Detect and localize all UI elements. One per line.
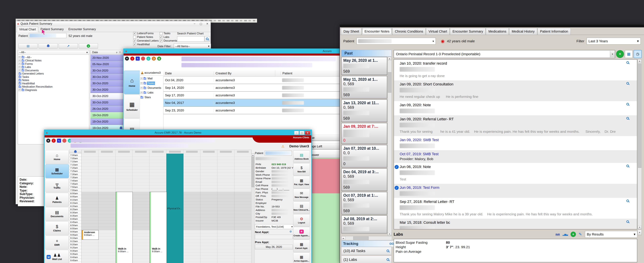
expand-icon[interactable]: + bbox=[140, 92, 143, 94]
expand-icon[interactable]: + bbox=[18, 89, 21, 91]
encounter-note[interactable]: Jan 09, 2020: Short Consultation He need… bbox=[394, 80, 637, 101]
add-note-button[interactable]: + bbox=[616, 50, 624, 58]
appointment-anderson[interactable]: Anderson 9:00am ... bbox=[82, 230, 98, 240]
patient-dropdown[interactable]: ▾ bbox=[356, 38, 436, 45]
time-slot[interactable]: 7:45am bbox=[69, 182, 81, 185]
window-titlebar[interactable]: ◈ Quick Patient Summary – ▢ ✕ bbox=[16, 21, 211, 26]
filter-checkbox[interactable]: Patient Notes bbox=[133, 36, 159, 39]
past-scrollbar[interactable]: ▲ ▼ bbox=[388, 57, 392, 236]
filter-checkbox[interactable]: Tasks bbox=[160, 32, 177, 35]
print-button[interactable] bbox=[38, 43, 58, 49]
filter-checkbox[interactable]: ✓ Generated Letters bbox=[133, 39, 159, 42]
sidebar-item-home[interactable]: ⌂ Home bbox=[45, 150, 69, 164]
sidebar-item-home[interactable]: ⌂ Home bbox=[124, 71, 140, 94]
provider-column-header[interactable] bbox=[98, 150, 116, 154]
task-row[interactable]: Sep 23, 2020 accurodemo3 bbox=[163, 107, 340, 114]
physical-exam-block[interactable]: Physical Ex... bbox=[166, 154, 183, 263]
encounter-note[interactable]: Mar 15, 2018: Consult letter bc Today I … bbox=[394, 219, 637, 229]
magnifier-icon[interactable] bbox=[626, 165, 629, 167]
add-button[interactable]: + bbox=[79, 43, 98, 49]
table-header[interactable]: Date Created By Patient bbox=[163, 70, 340, 77]
time-slot[interactable]: 9:10am bbox=[69, 236, 81, 240]
search-input[interactable] bbox=[177, 36, 204, 42]
runner-icon[interactable]: ϟ bbox=[136, 57, 140, 61]
task-row[interactable]: Sep 17, 2020 accurodemo3 bbox=[163, 92, 340, 99]
sidebar-item-scheduler[interactable]: ▦ Scheduler bbox=[45, 164, 69, 178]
time-slot[interactable]: 8:55am bbox=[69, 227, 81, 230]
past-hscrollbar[interactable]: ◄ ► bbox=[341, 236, 392, 240]
time-slot[interactable]: 9:00am bbox=[69, 230, 81, 233]
encounter-note[interactable]: Jan 09, 2020: SMB Test bbox=[394, 136, 637, 150]
new-bill-button[interactable]: $ New Bill bbox=[293, 163, 310, 176]
expand-icon[interactable]: + bbox=[18, 69, 21, 72]
new-message-button[interactable]: ✉ New Message bbox=[293, 189, 310, 201]
encounter-card[interactable]: May 26, 2020 at 1... 569 bbox=[341, 57, 387, 75]
new-clinical-note-button[interactable]: ▤ New Clinical N... bbox=[293, 201, 310, 214]
time-slot[interactable]: 7:25am bbox=[69, 169, 81, 173]
tree-item[interactable]: Medication Reconciliation bbox=[18, 85, 88, 89]
sidebar-item-patients[interactable]: ♟ Patients bbox=[45, 193, 69, 207]
provider-column-header[interactable] bbox=[200, 150, 217, 154]
time-slot[interactable]: 7:55am bbox=[69, 189, 81, 192]
folder-item[interactable]: Stars bbox=[140, 96, 163, 99]
logout-button[interactable]: ⊙ Logout bbox=[293, 214, 310, 226]
alert-icon[interactable]: ! bbox=[52, 139, 56, 143]
sidebar-item-traffic[interactable]: ╦ Traffic bbox=[45, 179, 69, 192]
edit-icon[interactable]: ✎ bbox=[578, 232, 582, 237]
encounter-card[interactable]: Dec 04, 2019 at 3:... 0, 569 569 bbox=[341, 168, 387, 191]
magnifier-icon[interactable] bbox=[626, 117, 629, 120]
tab-encounter-summary[interactable]: Encounter Summary bbox=[66, 27, 98, 32]
lab-result-row[interactable]: Blood Sugar Fasting 80 bbox=[396, 240, 635, 245]
checkbox[interactable] bbox=[160, 32, 162, 35]
tab-medical-history[interactable]: Medical History bbox=[509, 28, 537, 35]
sidebar-item-claims[interactable]: $ Claims bbox=[45, 221, 69, 235]
encounter-note[interactable]: Sep 27, 2018: Referral Letter- RT Thank … bbox=[394, 198, 637, 219]
tab-virtual-chart[interactable]: Virtual Chart bbox=[426, 28, 450, 35]
grid-view-button[interactable]: ▦ bbox=[625, 50, 632, 58]
time-slot[interactable]: 7:05am bbox=[69, 157, 81, 160]
time-slot[interactable]: 8:15am bbox=[69, 201, 81, 205]
maximize-button[interactable]: ▢ bbox=[199, 22, 203, 25]
add-lab-button[interactable]: + bbox=[570, 232, 576, 237]
provider-column-header[interactable] bbox=[166, 150, 183, 154]
time-slot[interactable]: 7:20am bbox=[69, 166, 81, 169]
tracking-all-tasks[interactable]: (10) All Tasks bbox=[341, 247, 392, 255]
close-button[interactable]: ✕ bbox=[205, 22, 209, 25]
scroll-down-button[interactable]: ▼ bbox=[638, 230, 642, 235]
time-slot[interactable]: 8:30am bbox=[69, 211, 81, 214]
eye-icon[interactable]: ◉ bbox=[441, 39, 444, 44]
lab-result-row[interactable]: Height 3' 7". 23. 99.21 bbox=[396, 245, 635, 249]
create-appointment-button[interactable]: + Create Appoin... bbox=[293, 227, 310, 239]
time-slot[interactable]: 7:40am bbox=[69, 179, 81, 182]
provider-dropdown[interactable]: Foundations, Test [1234] ▾ bbox=[255, 224, 294, 229]
task-row[interactable]: Sep 14, 2020 accurodemo3 bbox=[163, 84, 340, 92]
sidebar-item-scheduler[interactable]: ▦ Scheduler bbox=[124, 95, 140, 118]
time-slot[interactable]: 9:40am bbox=[69, 255, 81, 259]
window-titlebar[interactable]: ◈ Accuro EMR 2017.78 - Accuro Demo bbox=[44, 130, 311, 135]
checkbox[interactable]: ✓ bbox=[133, 43, 136, 46]
time-slot[interactable]: 7:35am bbox=[69, 176, 81, 179]
maximize-button[interactable]: ▢ bbox=[300, 131, 304, 135]
provider-column-header[interactable] bbox=[132, 150, 150, 154]
expand-icon[interactable]: + bbox=[140, 82, 143, 84]
expand-icon[interactable]: + bbox=[140, 78, 143, 80]
provider-column-header[interactable] bbox=[116, 150, 132, 154]
minimize-button[interactable]: – bbox=[294, 131, 299, 135]
time-slot[interactable]: 8:25am bbox=[69, 208, 81, 211]
time-slot[interactable]: 9:20am bbox=[69, 243, 81, 246]
appointment-walkin[interactable]: Walk-in 8:00am ... bbox=[116, 192, 133, 263]
search-icon[interactable]: ⌖ bbox=[125, 57, 129, 61]
user-row[interactable]: accurodemo3 bbox=[140, 70, 163, 76]
note-template-dropdown[interactable]: Ontario Perinatal Record 1-3 Preselected… bbox=[394, 50, 615, 58]
time-slot[interactable]: 7:15am bbox=[69, 163, 81, 166]
time-slot[interactable]: 7:00am bbox=[69, 154, 81, 157]
encounter-note[interactable]: ✓ Jun 06, 2019: Note Test bbox=[394, 163, 637, 184]
close-button[interactable]: X bbox=[305, 131, 310, 135]
time-slot[interactable]: 8:20am bbox=[69, 205, 81, 208]
time-slot[interactable]: 7:10am bbox=[69, 160, 81, 163]
grid-scrollbar[interactable]: ▲ bbox=[251, 153, 254, 263]
provider-column-header[interactable] bbox=[184, 150, 200, 154]
address-book-button[interactable]: ▤ Address Book bbox=[293, 150, 310, 163]
next-appt-field[interactable] bbox=[255, 235, 293, 239]
tree-item[interactable]: + Forms bbox=[18, 62, 88, 66]
